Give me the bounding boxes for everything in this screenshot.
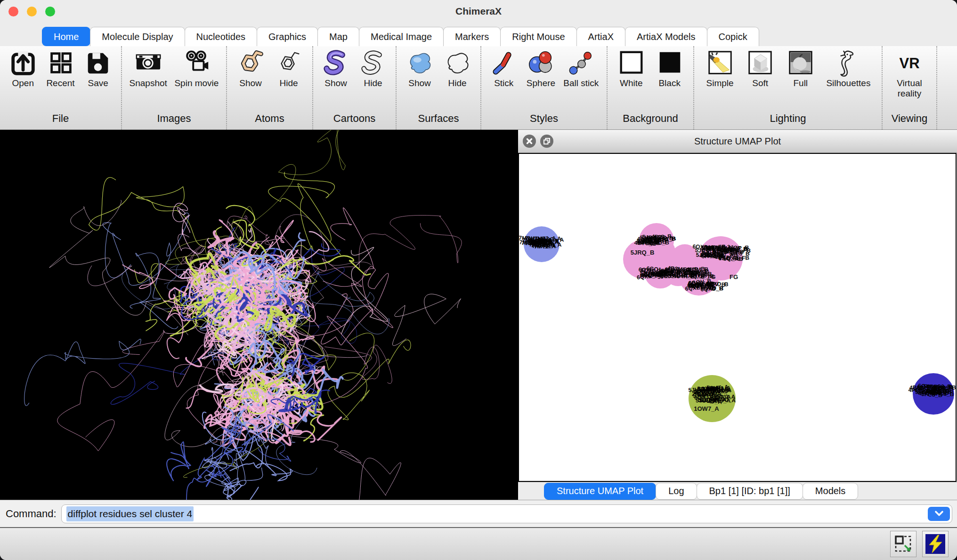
- toolbar-section-viewing: VRVirtual realityViewing: [883, 46, 937, 129]
- toolbar-button-styles-sphere[interactable]: Sphere: [527, 49, 556, 88]
- toolbar-button-cartoons-hide[interactable]: Hide: [358, 49, 388, 88]
- toolbar-button-file-open[interactable]: Open: [8, 49, 38, 88]
- ribbon-strand: [294, 215, 462, 306]
- toolbar-button-surfaces-hide[interactable]: Hide: [443, 49, 472, 88]
- toolbar-button-file-save[interactable]: Save: [83, 49, 113, 88]
- ribbon-toolbar: OpenRecentSaveFileSnapshotSpin movieImag…: [0, 46, 957, 130]
- vr-icon: VR: [895, 49, 924, 78]
- ribbon-tab-home[interactable]: Home: [42, 27, 90, 46]
- structure-label: 5H4P_B: [706, 248, 728, 256]
- toolbar-button-cartoons-show[interactable]: Show: [321, 49, 350, 88]
- toolbar-section-buttons: ShowHide: [227, 46, 312, 112]
- panel-float-button[interactable]: [540, 135, 553, 148]
- ribbon-tab-map[interactable]: Map: [317, 27, 359, 46]
- toolbar-button-label: Show: [408, 78, 431, 88]
- ribbon-strand: [224, 484, 259, 500]
- panel-tab-log[interactable]: Log: [656, 483, 697, 500]
- toolbar-button-label: Save: [88, 78, 108, 88]
- zoom-window-button[interactable]: [45, 7, 55, 16]
- camera-icon: [134, 49, 163, 78]
- toolbar-button-styles-stick[interactable]: Stick: [489, 49, 519, 88]
- ribbon-tab-markers[interactable]: Markers: [443, 27, 501, 46]
- molecule-canvas: [0, 130, 518, 500]
- command-bar: Command: diffplot residues sel cluster 4: [0, 500, 957, 527]
- toolbar-button-atoms-show[interactable]: Show: [236, 49, 265, 88]
- toolbar-section-buttons: WhiteBlack: [608, 46, 693, 112]
- toolbar-section-buttons: OpenRecentSave: [0, 46, 121, 112]
- cluster-navy: 4PQD_B4PQD_B4PQD_B4PQD_B5FCI_B5FCI_B5FCI…: [908, 373, 956, 415]
- toolbar-button-label: Show: [324, 78, 347, 88]
- panel-tab-bar: Structure UMAP PlotLogBp1 [1] [ID: bp1 […: [518, 482, 957, 500]
- light-soft-icon: [746, 49, 775, 78]
- toolbar-section-title: Viewing: [883, 112, 936, 129]
- minimize-window-button[interactable]: [27, 7, 37, 16]
- ribbon-tab-right-mouse[interactable]: Right Mouse: [500, 27, 576, 46]
- toolbar-button-lighting-soft[interactable]: Soft: [746, 49, 775, 88]
- light-simple-icon: [706, 49, 735, 78]
- sphere-icon: [527, 49, 556, 78]
- light-full-icon: [786, 49, 815, 78]
- umap-panel-header: Structure UMAP Plot: [518, 130, 957, 153]
- toolbar-button-label: Show: [239, 78, 262, 88]
- toolbar-button-background-black[interactable]: Black: [655, 49, 684, 88]
- fast-mode-button[interactable]: [922, 531, 949, 557]
- command-input[interactable]: diffplot residues sel cluster 4: [61, 504, 952, 523]
- chevron-down-icon: [934, 510, 944, 517]
- ribbon-tab-strip: HomeMolecule DisplayNucleotidesGraphicsM…: [0, 23, 957, 46]
- traffic-lights: [8, 7, 55, 16]
- toolbar-button-lighting-silhouettes[interactable]: Silhouettes: [826, 49, 870, 88]
- selection-mode-button[interactable]: [890, 531, 916, 557]
- recent-icon: [46, 49, 75, 78]
- toolbar-button-file-recent[interactable]: Recent: [46, 49, 75, 88]
- toolbar-button-styles-ball-stick[interactable]: Ball stick: [563, 49, 599, 88]
- toolbar-section-title: Cartoons: [313, 112, 396, 129]
- ribbon-tab-nucleotides[interactable]: Nucleotides: [185, 27, 258, 46]
- toolbar-button-lighting-full[interactable]: Full: [786, 49, 815, 88]
- toolbar-button-label: Hide: [448, 78, 466, 88]
- toolbar-section-buttons: SimpleSoftFullSilhouettes: [694, 46, 882, 112]
- ribbon-tab-artiax-models[interactable]: ArtiaX Models: [625, 27, 707, 46]
- toolbar-section-background: WhiteBlackBackground: [608, 46, 694, 129]
- surface-hide-icon: [443, 49, 472, 78]
- graphics-viewport[interactable]: [0, 130, 518, 500]
- toolbar-section-title: Lighting: [694, 112, 882, 129]
- cluster-olive: 1OW7_A1OW7_A1OW7_A1OW7_A5JUO_A5JUO_A5JUO…: [688, 375, 736, 422]
- cluster-blue: 7MSW_A7MSW_A7MSW_A7MSW_A7MSZ_A7MSZ_A7MSZ…: [519, 226, 564, 262]
- panel-close-button[interactable]: [523, 135, 536, 148]
- toolbar-button-surfaces-show[interactable]: Show: [405, 49, 434, 88]
- ribbon-tab-artiax[interactable]: ArtiaX: [576, 27, 625, 46]
- toolbar-button-images-spin-movie[interactable]: Spin movie: [174, 49, 219, 88]
- toolbar-section-file: OpenRecentSaveFile: [0, 46, 122, 129]
- panel-tab-bp1-1-id-bp1-1[interactable]: Bp1 [1] [ID: bp1 [1]]: [697, 483, 803, 500]
- toolbar-button-images-snapshot[interactable]: Snapshot: [130, 49, 167, 88]
- panel-tab-structure-umap-plot[interactable]: Structure UMAP Plot: [544, 483, 656, 500]
- ribbon-tab-molecule-display[interactable]: Molecule Display: [90, 27, 185, 46]
- toolbar-button-viewing-virtual-reality[interactable]: VRVirtual reality: [885, 49, 934, 99]
- cluster-pink: 4BTS_B4BTS_B4BTS_B4BTS_B4BTC_B4BTC_B4BTC…: [623, 223, 751, 296]
- surface-show-icon: [405, 49, 434, 78]
- toolbar-button-label: Ball stick: [563, 78, 599, 88]
- panel-tab-models[interactable]: Models: [803, 483, 858, 500]
- structure-label-readable: 5JRQ_B: [631, 249, 655, 256]
- ribbon-tab-medical-image[interactable]: Medical Image: [359, 27, 444, 46]
- ribbon-strand: [57, 331, 165, 451]
- toolbar-section-title: Background: [608, 112, 693, 129]
- toolbar-section-title: File: [0, 112, 121, 129]
- command-history-dropdown-button[interactable]: [928, 507, 950, 521]
- ribbon-tab-copick[interactable]: Copick: [707, 27, 759, 46]
- close-icon: [526, 137, 533, 145]
- close-window-button[interactable]: [8, 7, 18, 16]
- ballstick-icon: [567, 49, 596, 78]
- structure-label: 4V88_B: [660, 267, 681, 275]
- umap-panel-title: Structure UMAP Plot: [518, 130, 957, 153]
- umap-plot-area[interactable]: 7MSW_A7MSW_A7MSW_A7MSW_A7MSZ_A7MSZ_A7MSZ…: [518, 153, 957, 482]
- seahorse-icon: [834, 49, 863, 78]
- toolbar-button-atoms-hide[interactable]: Hide: [274, 49, 303, 88]
- white-swatch-icon: [616, 49, 646, 78]
- toolbar-button-label: Simple: [706, 78, 734, 88]
- toolbar-button-lighting-simple[interactable]: Simple: [706, 49, 735, 88]
- ribbon-tab-graphics[interactable]: Graphics: [257, 27, 318, 46]
- atoms-show-icon: [236, 49, 265, 78]
- selection-resize-icon: [892, 533, 914, 555]
- toolbar-button-background-white[interactable]: White: [616, 49, 646, 88]
